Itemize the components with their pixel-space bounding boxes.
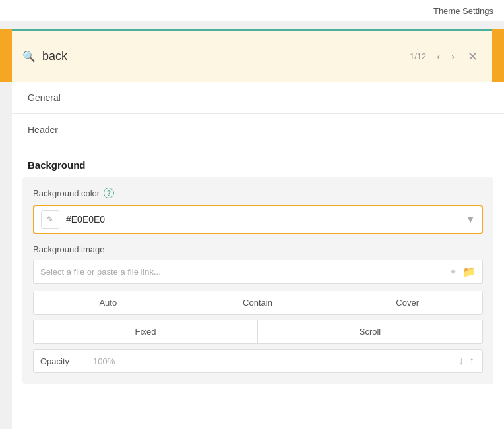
color-swatch[interactable]: ✎ [41, 210, 59, 229]
search-icon: 🔍 [22, 50, 36, 63]
search-input[interactable] [42, 49, 410, 63]
file-placeholder: Select a file or paste a file link... [40, 267, 449, 277]
nav-item-general[interactable]: General [12, 82, 504, 114]
position-scroll-button[interactable]: Scroll [258, 320, 482, 343]
search-close-button[interactable]: ✕ [464, 47, 482, 67]
file-icons: ✦ 📁 [449, 266, 476, 278]
opacity-increase-button[interactable]: ↑ [468, 355, 476, 367]
opacity-decrease-button[interactable]: ↓ [457, 355, 465, 367]
file-input-row: Select a file or paste a file link... ✦ … [33, 260, 483, 284]
position-fixed-button[interactable]: Fixed [34, 320, 258, 343]
size-contain-button[interactable]: Contain [183, 291, 333, 314]
size-buttons-group: Auto Contain Cover [33, 291, 483, 315]
page-title: Theme Settings [433, 6, 493, 16]
nav-item-header[interactable]: Header [12, 114, 504, 146]
size-cover-button[interactable]: Cover [332, 291, 482, 314]
clear-file-button[interactable]: ✦ [449, 266, 457, 278]
opacity-value: 100% [93, 357, 457, 366]
search-counter: 1/12 [410, 51, 426, 61]
opacity-row: Opacity 100% ↓ ↑ [33, 349, 483, 373]
position-buttons-group: Fixed Scroll [33, 320, 483, 344]
background-color-label: Background color ? [33, 188, 483, 198]
help-icon[interactable]: ? [104, 188, 114, 198]
search-navigation: ‹ › ✕ [433, 47, 482, 67]
main-content: General Header Background Background col… [12, 82, 504, 429]
left-accent-bar [0, 29, 12, 82]
section-header-background: Background [12, 146, 504, 177]
opacity-arrows: ↓ ↑ [457, 355, 476, 367]
opacity-label: Opacity [40, 357, 86, 366]
background-settings-panel: Background color ? ✎ #E0E0E0 ▼ Backgroun… [22, 177, 493, 384]
background-image-label: Background image [33, 244, 483, 254]
dropdown-arrow-icon: ▼ [466, 214, 475, 225]
edit-icon: ✎ [47, 215, 53, 224]
top-bar: Theme Settings [0, 0, 504, 21]
size-auto-button[interactable]: Auto [34, 291, 183, 314]
search-next-button[interactable]: › [447, 49, 458, 65]
search-prev-button[interactable]: ‹ [433, 49, 444, 65]
color-select-wrapper[interactable]: ✎ #E0E0E0 ▼ [33, 205, 483, 234]
right-accent-bar [492, 29, 504, 82]
search-bar: 🔍 1/12 ‹ › ✕ [12, 29, 492, 82]
browse-file-button[interactable]: 📁 [462, 266, 476, 278]
color-value: #E0E0E0 [66, 214, 466, 225]
